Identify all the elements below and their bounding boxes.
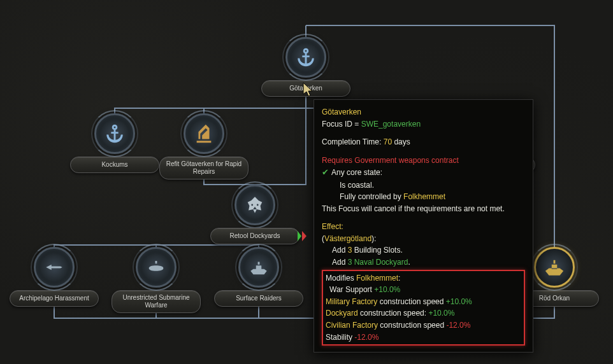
tooltip-title: Götaverken bbox=[322, 106, 525, 118]
tooltip-completion-time: Completion Time: 70 days bbox=[322, 136, 525, 148]
anchor-icon bbox=[94, 113, 135, 154]
tooltip-stability: Stability -12.0% bbox=[326, 332, 521, 344]
focus-surface-raiders[interactable]: Surface Raiders bbox=[214, 247, 303, 307]
tooltip-req-coastal: Is coastal. bbox=[322, 179, 525, 192]
alert-icon bbox=[298, 231, 306, 241]
tooltip-modifies-box: Modifies Folkhemmet: War Support +10.0% … bbox=[322, 270, 525, 346]
warship-icon bbox=[238, 247, 279, 288]
battleship-icon bbox=[534, 247, 575, 288]
checkmark-icon: ✔ bbox=[322, 167, 329, 177]
focus-unrestricted-submarine[interactable]: Unrestricted Submarine Warfare bbox=[112, 247, 201, 313]
anchor-icon bbox=[285, 37, 326, 78]
tooltip-civilian-factory: Civilian Factory construction speed -12.… bbox=[326, 319, 521, 332]
focus-gotaverken[interactable]: Götaverken bbox=[261, 37, 350, 97]
submarine-icon bbox=[136, 247, 177, 288]
focus-label: Kockums bbox=[70, 157, 159, 173]
tooltip-effect-naval-dockyard: Add 3 Naval Dockyard. bbox=[322, 256, 525, 269]
focus-retool-dockyards[interactable]: Retool Dockyards bbox=[210, 185, 299, 244]
tooltip-effect-state: (Västergötland): bbox=[322, 233, 525, 245]
focus-label: Götaverken bbox=[261, 80, 350, 97]
torpedo-icon bbox=[34, 247, 75, 288]
focus-tooltip: Götaverken Focus ID = SWE_gotaverken Com… bbox=[314, 99, 533, 353]
tooltip-requires: Requires Government weapons contract bbox=[322, 155, 525, 167]
focus-label: Unrestricted Submarine Warfare bbox=[112, 290, 201, 313]
tooltip-focus-id: Focus ID = SWE_gotaverken bbox=[322, 118, 525, 130]
tooltip-cancel-note: This Focus will cancel if the requiremen… bbox=[322, 203, 525, 215]
tooltip-req-controlled: Fully controlled by Folkhemmet bbox=[322, 191, 525, 203]
crane-icon bbox=[184, 113, 224, 154]
focus-refit-gotaverken[interactable]: Refit Götaverken for Rapid Repairs bbox=[159, 113, 249, 179]
focus-label-text: Retool Dockyards bbox=[230, 232, 280, 240]
tooltip-military-factory: Military Factory construction speed +10.… bbox=[326, 296, 521, 308]
focus-label: Archipelago Harassment bbox=[10, 290, 99, 307]
tooltip-req-state: ✔Any core state: bbox=[322, 166, 525, 179]
tooltip-modifies-line: Modifies Folkhemmet: bbox=[326, 272, 521, 284]
focus-kockums[interactable]: Kockums bbox=[70, 113, 159, 173]
focus-label: Surface Raiders bbox=[214, 290, 303, 307]
tooltip-dockyard: Dockyard construction speed: +10.0% bbox=[326, 307, 521, 319]
tooltip-effect-building-slots: Add 3 Building Slots. bbox=[322, 244, 525, 256]
wolf-icon bbox=[234, 185, 275, 225]
tooltip-war-support: War Support +10.0% bbox=[326, 284, 521, 296]
tooltip-effect-label: Effect: bbox=[322, 221, 525, 233]
focus-label: Refit Götaverken for Rapid Repairs bbox=[159, 157, 249, 179]
focus-archipelago-harassment[interactable]: Archipelago Harassment bbox=[10, 247, 99, 307]
focus-label: Retool Dockyards bbox=[210, 228, 299, 244]
